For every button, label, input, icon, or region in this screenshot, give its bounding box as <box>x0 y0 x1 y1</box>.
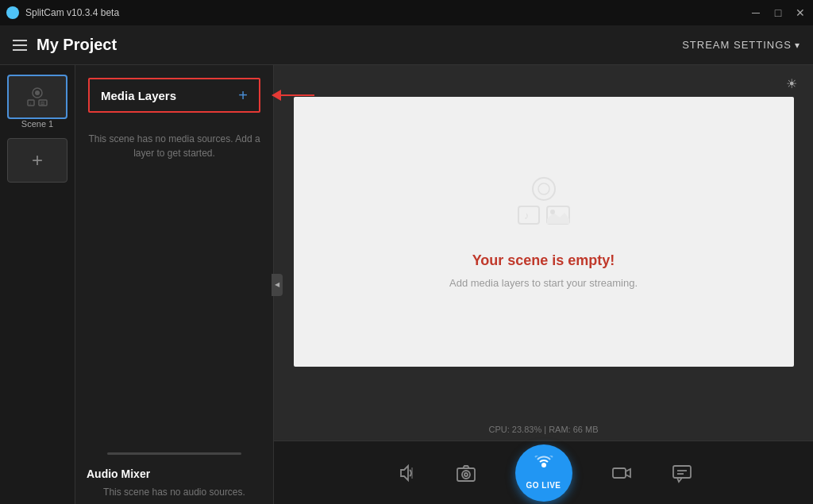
main-content: ♪ 🖼 Scene 1 + Media Layers + This sc <box>0 65 813 504</box>
titlebar: SplitCam v10.3.4 beta ─ □ ✕ <box>0 0 813 25</box>
chat-button[interactable] <box>671 462 693 484</box>
project-title: My Project <box>37 36 117 54</box>
camera-button[interactable] <box>455 462 477 484</box>
media-layers-title: Media Layers <box>101 89 176 102</box>
audio-mixer-section: Audio Mixer This scene has no audio sour… <box>75 461 273 504</box>
media-layers-header: Media Layers + <box>88 78 260 113</box>
add-media-layer-button[interactable]: + <box>238 87 248 103</box>
brightness-icon: ☀ <box>786 76 797 91</box>
scene-empty-title: Your scene is empty! <box>472 252 615 269</box>
panel-divider <box>107 452 241 455</box>
svg-point-14 <box>462 471 470 479</box>
stream-settings-label: STREAM SETTINGS <box>682 39 792 51</box>
layers-scroll-area <box>75 170 273 446</box>
svg-rect-17 <box>613 468 626 478</box>
video-icon <box>611 462 633 484</box>
header: My Project STREAM SETTINGS ▾ <box>0 25 813 65</box>
chat-icon <box>671 462 693 484</box>
app-icon <box>6 6 19 19</box>
svg-point-11 <box>550 210 555 214</box>
add-scene-button[interactable]: + <box>7 138 67 183</box>
camera-icon <box>455 462 477 484</box>
go-live-button[interactable]: GO LIVE <box>515 444 572 502</box>
close-button[interactable]: ✕ <box>794 6 807 19</box>
window-controls: ─ □ ✕ <box>749 6 807 19</box>
audio-icon <box>395 462 417 484</box>
layers-panel: Media Layers + This scene has no media s… <box>75 65 274 504</box>
maximize-button[interactable]: □ <box>772 6 784 19</box>
app-title: SplitCam v10.3.4 beta <box>25 7 119 18</box>
header-left: My Project <box>13 36 117 54</box>
svg-point-16 <box>541 463 546 467</box>
red-arrow <box>272 90 314 101</box>
svg-point-7 <box>538 183 549 194</box>
svg-text:♪: ♪ <box>29 101 32 106</box>
minimize-button[interactable]: ─ <box>749 6 762 19</box>
scene-empty-subtitle: Add media layers to start your streaming… <box>449 275 638 291</box>
audio-button[interactable] <box>395 462 417 484</box>
arrow-line <box>281 94 314 97</box>
scene-1-thumb[interactable]: ♪ 🖼 <box>7 75 67 119</box>
video-button[interactable] <box>611 462 633 484</box>
audio-mixer-empty-message: This scene has no audio sources. <box>87 487 262 498</box>
arrow-head-icon <box>272 90 281 101</box>
bottom-toolbar: GO LIVE <box>274 441 813 504</box>
preview-canvas: ♪ Your scene is empty! Add media layers … <box>294 97 794 367</box>
media-layers-empty-message: This scene has no media sources. Add a l… <box>75 122 273 170</box>
go-live-icon <box>532 456 556 479</box>
preview-area: ☀ ♪ Your scene is empty! <box>274 65 813 504</box>
chevron-down-icon: ▾ <box>795 40 800 51</box>
audio-mixer-title: Audio Mixer <box>87 467 262 480</box>
preview-status: CPU: 23.83% | RAM: 66 MB <box>489 425 599 434</box>
scene-thumb-icon: ♪ 🖼 <box>21 85 53 109</box>
scenes-panel: ♪ 🖼 Scene 1 + <box>0 65 75 504</box>
stream-settings-button[interactable]: STREAM SETTINGS ▾ <box>682 39 800 51</box>
scene-1-label: Scene 1 <box>21 119 53 129</box>
svg-rect-18 <box>673 466 691 478</box>
svg-text:🖼: 🖼 <box>40 101 44 106</box>
scene-empty-icon: ♪ <box>504 173 584 240</box>
svg-point-15 <box>464 473 468 476</box>
svg-point-6 <box>533 178 555 200</box>
go-live-label: GO LIVE <box>526 481 561 490</box>
svg-text:♪: ♪ <box>524 210 530 221</box>
brightness-button[interactable]: ☀ <box>780 71 803 95</box>
hamburger-menu[interactable] <box>13 40 27 51</box>
preview-toolbar: ☀ <box>780 71 803 95</box>
svg-point-1 <box>35 90 40 95</box>
panel-collapse-handle[interactable] <box>272 274 283 296</box>
